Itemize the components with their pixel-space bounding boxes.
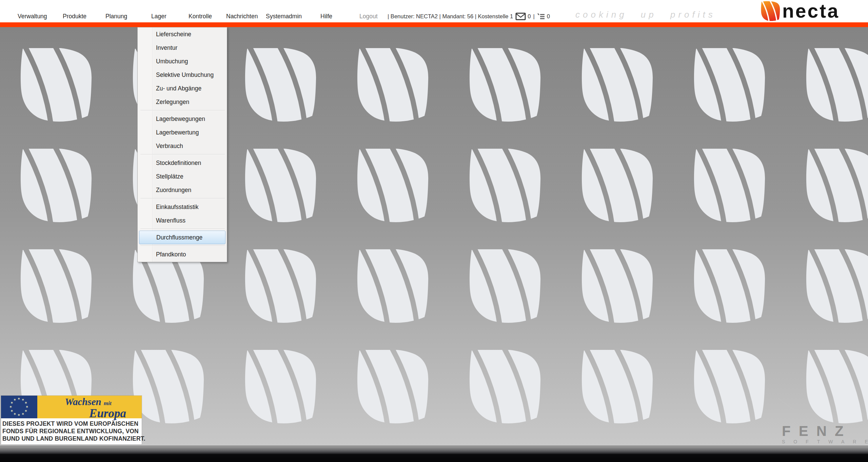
tasks-icon[interactable] bbox=[537, 12, 545, 20]
logout-button[interactable]: Logout bbox=[359, 13, 378, 20]
menu-item-verbrauch[interactable]: Verbrauch bbox=[138, 139, 227, 153]
menubar-item-lager[interactable]: Lager bbox=[151, 13, 166, 20]
menu-separator bbox=[138, 153, 227, 156]
mail-icon[interactable] bbox=[515, 13, 526, 20]
menubar-item-verwaltung[interactable]: Verwaltung bbox=[18, 13, 47, 20]
eu-star-icon: ✶ bbox=[13, 412, 16, 416]
eu-banner-title: Wachsen mit Europa bbox=[37, 397, 139, 419]
menubar-item-kontrolle[interactable]: Kontrolle bbox=[189, 13, 212, 20]
menu-item-umbuchung[interactable]: Umbuchung bbox=[138, 55, 227, 68]
menu-item-lagerbewegungen[interactable]: Lagerbewegungen bbox=[138, 112, 227, 126]
eu-title-word3: Europa bbox=[37, 407, 139, 419]
menu-item-zerlegungen[interactable]: Zerlegungen bbox=[138, 95, 227, 109]
content-background: Lieferscheine Inventur Umbuchung Selekti… bbox=[0, 27, 868, 446]
menu-item-durchflussmenge[interactable]: Durchflussmenge bbox=[139, 231, 225, 244]
fenz-software-watermark: FENZ SOFTWARE bbox=[782, 424, 868, 444]
lager-dropdown-menu: Lieferscheine Inventur Umbuchung Selekti… bbox=[137, 27, 227, 262]
eu-text-line: BUND UND LAND BURGENLAND KOFINANZIERT. bbox=[2, 435, 140, 442]
leaf-wallpaper-pattern bbox=[0, 27, 868, 446]
eu-star-icon: ✶ bbox=[24, 409, 27, 413]
application-window: Verwaltung Produkte Planung Lager Kontro… bbox=[0, 0, 868, 462]
menu-separator bbox=[138, 109, 227, 112]
menu-item-stockdefinitionen[interactable]: Stockdefinitionen bbox=[138, 156, 227, 170]
eu-star-icon: ✶ bbox=[9, 405, 12, 409]
necta-logo-text: necta bbox=[782, 1, 840, 21]
eu-title-word1: Wachsen bbox=[65, 396, 101, 407]
fenz-name: FENZ bbox=[782, 424, 868, 438]
menubar-item-systemadmin[interactable]: Systemadmin bbox=[266, 13, 302, 20]
eu-star-icon: ✶ bbox=[13, 398, 16, 402]
menu-item-zuordnungen[interactable]: Zuordnungen bbox=[138, 183, 227, 197]
eu-star-icon: ✶ bbox=[24, 401, 27, 405]
task-count: 0 bbox=[547, 13, 550, 20]
menu-separator bbox=[138, 227, 227, 231]
menubar-item-produkte[interactable]: Produkte bbox=[63, 13, 86, 20]
menubar-item-planung[interactable]: Planung bbox=[105, 13, 127, 20]
necta-leaf-icon bbox=[761, 1, 780, 21]
eu-flag-icon: ✶✶✶✶✶✶✶✶✶✶✶✶ bbox=[1, 396, 37, 418]
menubar-item-nachrichten[interactable]: Nachrichten bbox=[226, 13, 258, 20]
status-divider: | bbox=[533, 13, 534, 20]
user-status-bar: | Benutzer: NECTA2 | Mandant: 56 | Koste… bbox=[388, 12, 550, 20]
menu-separator bbox=[138, 197, 227, 200]
top-menubar: Verwaltung Produkte Planung Lager Kontro… bbox=[0, 0, 868, 22]
menu-item-warenfluss[interactable]: Warenfluss bbox=[138, 214, 227, 227]
menubar-item-hilfe[interactable]: Hilfe bbox=[320, 13, 332, 20]
eu-text-line: FONDS FÜR REGIONALE ENTWICKLUNG, VON bbox=[2, 427, 140, 435]
fenz-subtitle: SOFTWARE bbox=[782, 439, 868, 444]
mail-count: 0 bbox=[528, 13, 531, 20]
eu-star-icon: ✶ bbox=[25, 405, 28, 409]
eu-star-icon: ✶ bbox=[10, 409, 13, 413]
menu-item-zu-und-abgaenge[interactable]: Zu- und Abgänge bbox=[138, 82, 227, 95]
menu-item-pfandkonto[interactable]: Pfandkonto bbox=[138, 248, 227, 261]
menu-item-lagerbewertung[interactable]: Lagerbewertung bbox=[138, 126, 227, 139]
eu-funding-banner: ✶✶✶✶✶✶✶✶✶✶✶✶ Wachsen mit Europa DIESES P… bbox=[1, 396, 142, 444]
eu-star-icon: ✶ bbox=[21, 412, 24, 416]
brand-tagline: cooking up profits bbox=[575, 9, 716, 20]
menu-item-einkaufsstatistik[interactable]: Einkaufsstatistik bbox=[138, 200, 227, 214]
eu-title-word2: mit bbox=[104, 400, 112, 406]
menu-item-stellplaetze[interactable]: Stellplätze bbox=[138, 170, 227, 183]
eu-banner-text: DIESES PROJEKT WIRD VOM EUROPÄISCHEN FON… bbox=[1, 418, 142, 444]
accent-divider-bar bbox=[0, 22, 868, 27]
menu-item-selektive-umbuchung[interactable]: Selektive Umbuchung bbox=[138, 68, 227, 82]
eu-star-icon: ✶ bbox=[17, 413, 20, 417]
menu-item-inventur[interactable]: Inventur bbox=[138, 41, 227, 55]
eu-banner-header: ✶✶✶✶✶✶✶✶✶✶✶✶ Wachsen mit Europa bbox=[1, 396, 142, 418]
bottom-frame-bar bbox=[0, 446, 868, 462]
user-status-text: | Benutzer: NECTA2 | Mandant: 56 | Koste… bbox=[388, 13, 513, 20]
menu-item-lieferscheine[interactable]: Lieferscheine bbox=[138, 27, 227, 41]
eu-star-icon: ✶ bbox=[17, 397, 20, 401]
menu-separator bbox=[138, 244, 227, 248]
necta-logo: necta bbox=[761, 1, 840, 21]
eu-text-line: DIESES PROJEKT WIRD VOM EUROPÄISCHEN bbox=[2, 420, 140, 427]
